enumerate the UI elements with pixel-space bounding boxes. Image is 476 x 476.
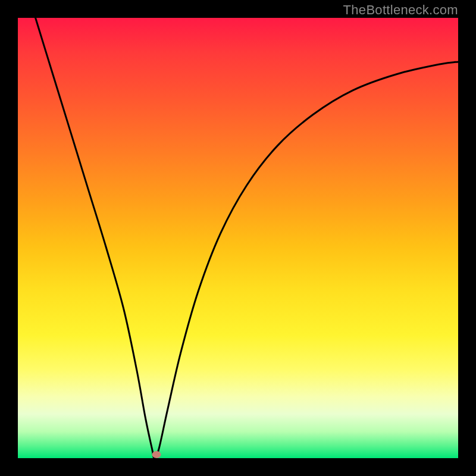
watermark-text: TheBottleneck.com [343, 2, 458, 18]
bottleneck-curve [18, 18, 458, 458]
plot-area [18, 18, 458, 458]
optimal-point-marker [152, 451, 161, 458]
chart-frame: TheBottleneck.com [0, 0, 476, 476]
